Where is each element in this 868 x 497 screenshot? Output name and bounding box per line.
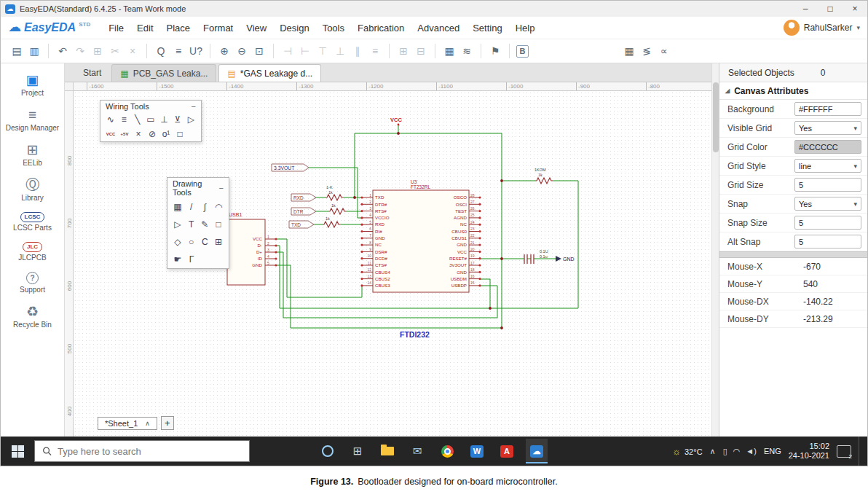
- sheet-tab[interactable]: *Sheet_1 ∧: [98, 417, 157, 430]
- canvas-attributes-header[interactable]: ◢ Canvas Attributes: [719, 82, 867, 100]
- wire-icon[interactable]: ∿: [105, 114, 116, 125]
- insert-image-icon[interactable]: ▦: [172, 201, 184, 213]
- redo-icon[interactable]: ↷: [73, 43, 87, 59]
- menu-tools[interactable]: Tools: [316, 23, 351, 34]
- schematic-canvas[interactable]: 1-K1k1k1k1KOM1k0.1U0.1uUSB1VCC1D-2D+3ID4…: [74, 91, 711, 437]
- arrow-icon[interactable]: ▷: [172, 219, 184, 230]
- chrome-icon[interactable]: [436, 439, 458, 463]
- arc-icon[interactable]: ◠: [213, 201, 224, 213]
- align-left-icon[interactable]: ⊣: [280, 43, 295, 59]
- grid-icon[interactable]: ⊟: [414, 43, 428, 59]
- pin-icon[interactable]: o¹: [160, 128, 172, 140]
- cortana-icon[interactable]: [317, 439, 339, 463]
- sidebar-item-support[interactable]: ?Support: [3, 272, 63, 294]
- user-menu[interactable]: RahulSarker ▾: [784, 20, 860, 36]
- menu-fabrication[interactable]: Fabrication: [351, 23, 411, 34]
- menu-file[interactable]: File: [102, 23, 130, 34]
- power-5v-flag-icon[interactable]: +5V: [119, 128, 130, 140]
- snap-select[interactable]: Yes▾: [794, 197, 861, 211]
- menu-design[interactable]: Design: [273, 23, 315, 34]
- mail-icon[interactable]: ✉: [406, 439, 428, 463]
- sidebar-item-design-manager[interactable]: ≡Design Manager: [3, 107, 63, 132]
- align-right-icon[interactable]: ⊢: [298, 43, 312, 59]
- select-icon[interactable]: Γ: [186, 254, 197, 265]
- tab-pcb-gas-leaka-[interactable]: ▦PCB_GAS Leaka...: [111, 64, 216, 82]
- layers-icon[interactable]: ≋: [459, 43, 474, 59]
- text-icon[interactable]: T: [186, 219, 197, 230]
- task-view-icon[interactable]: ⊞: [347, 439, 368, 463]
- ground-icon[interactable]: ⊥: [159, 114, 170, 125]
- fit-view-icon[interactable]: ⊡: [252, 43, 267, 59]
- zoom-in-icon[interactable]: ⊕: [217, 43, 232, 59]
- easyeda-logo[interactable]: ☁ EasyEDA STD: [8, 19, 90, 36]
- canvas-image-icon[interactable]: ⊞: [213, 236, 224, 248]
- show-hidden-icons[interactable]: ∧: [710, 447, 716, 456]
- easyeda-icon[interactable]: ☁: [526, 439, 548, 463]
- resistor[interactable]: [323, 222, 340, 227]
- alt-snap-input[interactable]: 5: [794, 235, 861, 248]
- bezier-icon[interactable]: ∫: [200, 201, 211, 213]
- battery-icon[interactable]: ▯: [723, 447, 727, 456]
- scrollbar-thumb[interactable]: [713, 82, 719, 152]
- action-center-icon[interactable]: 2: [837, 445, 851, 458]
- sidebar-item-library[interactable]: ⓆLibrary: [3, 177, 63, 202]
- menu-setting[interactable]: Setting: [466, 23, 508, 34]
- table-icon[interactable]: ⊞: [396, 43, 411, 59]
- pencil-icon[interactable]: ✎: [200, 219, 211, 230]
- save-icon[interactable]: ▤: [9, 43, 24, 59]
- sidebar-item-eelib[interactable]: ⊞EELib: [3, 142, 63, 167]
- net-port-icon[interactable]: ▷: [186, 114, 197, 125]
- taskbar-search[interactable]: [34, 440, 250, 462]
- resistor[interactable]: [328, 208, 346, 214]
- grid-style-select[interactable]: line▾: [794, 159, 861, 173]
- menu-place[interactable]: Place: [160, 23, 197, 34]
- tab-start[interactable]: Start: [75, 64, 109, 82]
- palette-minimize-button[interactable]: −: [219, 184, 224, 192]
- background-input[interactable]: #FFFFFF: [794, 102, 861, 116]
- maximize-button[interactable]: □: [818, 1, 843, 17]
- ground-chassis-icon[interactable]: ⊻: [172, 114, 183, 125]
- net-label-icon[interactable]: ▭: [145, 114, 156, 125]
- line-icon[interactable]: /: [186, 201, 197, 213]
- menu-format[interactable]: Format: [197, 23, 240, 34]
- search-input[interactable]: [58, 446, 242, 457]
- volume-icon[interactable]: ◄): [746, 447, 757, 456]
- image-icon[interactable]: ▦: [442, 43, 457, 59]
- update-icon[interactable]: U?: [189, 43, 203, 59]
- sidebar-item-lcsc-parts[interactable]: LCSCLCSC Parts: [3, 212, 63, 232]
- rectangle-icon[interactable]: □: [213, 219, 224, 230]
- vcc-power-flag[interactable]: VCC: [390, 117, 402, 123]
- resistor[interactable]: [535, 178, 553, 184]
- drag-hand-icon[interactable]: ☛: [172, 254, 184, 265]
- word-icon[interactable]: W: [466, 439, 488, 463]
- no-connect-icon[interactable]: ×: [133, 128, 144, 140]
- align-bottom-icon[interactable]: ⊥: [333, 43, 347, 59]
- zoom-out-icon[interactable]: ⊖: [234, 43, 249, 59]
- design-rule-check-icon[interactable]: ⚑: [488, 43, 502, 59]
- clock[interactable]: 15:02 24-10-2021: [789, 442, 829, 461]
- snap-size-input[interactable]: 5: [794, 216, 861, 230]
- grid-color-input[interactable]: #CCCCCC: [794, 140, 861, 154]
- language-indicator[interactable]: ENG: [764, 447, 781, 455]
- bus-icon[interactable]: ≡: [118, 114, 129, 125]
- wifi-icon[interactable]: ◠: [733, 447, 741, 456]
- file-explorer-icon[interactable]: [376, 439, 398, 463]
- grid-size-input[interactable]: 5: [794, 178, 861, 192]
- menu-advanced[interactable]: Advanced: [411, 23, 466, 34]
- weather-widget[interactable]: ☼ 32°C: [672, 446, 703, 457]
- stack-icon[interactable]: ≶: [639, 43, 654, 59]
- bom-icon[interactable]: B: [516, 45, 529, 58]
- copy-icon[interactable]: ⊞: [90, 43, 105, 59]
- tab--gas-leakage-d-[interactable]: ▤*GAS Leakage d...: [218, 64, 321, 82]
- circle-icon[interactable]: ○: [186, 236, 197, 248]
- photo-icon[interactable]: ▦: [622, 43, 636, 59]
- search-icon[interactable]: Q: [154, 43, 168, 59]
- distribute-vertical-icon[interactable]: ≡: [368, 43, 382, 59]
- open-project-icon[interactable]: ▥: [27, 43, 42, 59]
- menu-help[interactable]: Help: [509, 23, 542, 34]
- vcc-flag-icon[interactable]: VCC: [105, 128, 117, 140]
- find-similar-icon[interactable]: ≡: [171, 43, 186, 59]
- canvas-vertical-scrollbar[interactable]: [711, 63, 719, 437]
- resistor[interactable]: [326, 195, 343, 200]
- palette-minimize-button[interactable]: −: [192, 102, 196, 111]
